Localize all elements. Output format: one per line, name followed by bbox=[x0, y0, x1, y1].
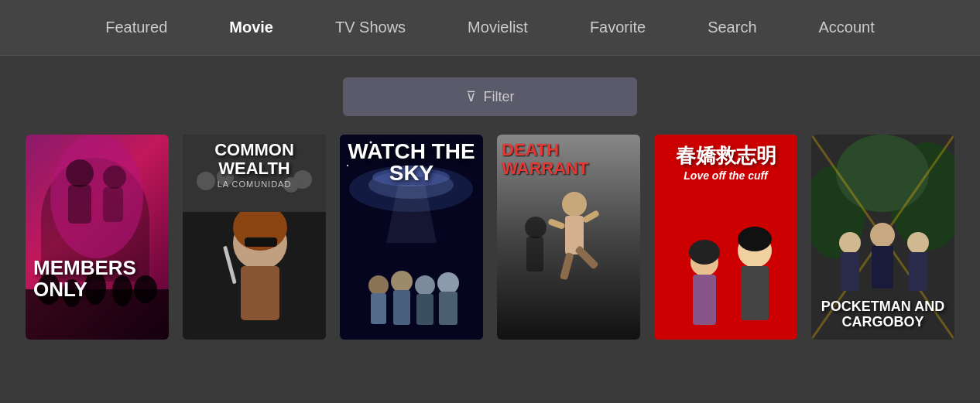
svg-rect-31 bbox=[393, 290, 410, 325]
svg-point-57 bbox=[738, 227, 772, 251]
nav-item-movie[interactable]: Movie bbox=[198, 0, 304, 56]
main-navigation: Featured Movie TV Shows Movielist Favori… bbox=[0, 0, 980, 56]
nav-item-search[interactable]: Search bbox=[677, 0, 787, 56]
movie-card-watch-the-sky[interactable]: WATCH THE SKY bbox=[340, 135, 483, 340]
movie-card-pocketman-cargoboy[interactable]: POCKETMAN AND CARGOBOY bbox=[811, 135, 954, 340]
svg-rect-35 bbox=[439, 292, 457, 325]
movie-card-death-warrant[interactable]: DEATH WARRANT bbox=[497, 135, 640, 340]
svg-rect-67 bbox=[872, 246, 893, 289]
svg-point-34 bbox=[437, 272, 459, 294]
filter-area: ⊽ Filter bbox=[0, 56, 980, 135]
svg-rect-55 bbox=[693, 275, 716, 325]
nav-item-tv-shows[interactable]: TV Shows bbox=[304, 0, 437, 56]
svg-point-32 bbox=[415, 275, 435, 295]
svg-point-28 bbox=[368, 275, 389, 295]
svg-point-61 bbox=[836, 135, 929, 212]
svg-rect-65 bbox=[841, 252, 859, 291]
svg-rect-2 bbox=[68, 185, 91, 224]
nav-item-movielist[interactable]: Movielist bbox=[437, 0, 559, 56]
svg-rect-69 bbox=[909, 252, 927, 291]
movie-card-love-off-the-cuff[interactable]: 春嬌救志明 Love off the cuff bbox=[654, 135, 797, 340]
movie-subtitle-common-wealth: LA COMUNIDAD bbox=[189, 179, 320, 189]
svg-point-1 bbox=[66, 159, 94, 187]
movie-subtitle-love-en: Love off the cuff bbox=[654, 169, 797, 182]
svg-rect-53 bbox=[741, 266, 769, 320]
svg-point-68 bbox=[907, 232, 929, 254]
movie-title-watch-the-sky: WATCH THE SKY bbox=[340, 141, 483, 184]
svg-point-0 bbox=[50, 135, 143, 258]
nav-item-account[interactable]: Account bbox=[788, 0, 906, 56]
svg-rect-4 bbox=[103, 187, 123, 222]
svg-point-49 bbox=[525, 217, 547, 238]
svg-rect-50 bbox=[526, 237, 543, 272]
movie-grid: MEMBERS ONLY bbox=[0, 135, 980, 363]
movie-card-members-only[interactable]: MEMBERS ONLY bbox=[26, 135, 169, 340]
filter-button[interactable]: ⊽ Filter bbox=[343, 77, 637, 116]
svg-rect-29 bbox=[371, 293, 386, 324]
svg-point-3 bbox=[103, 166, 126, 189]
svg-rect-13 bbox=[241, 266, 279, 320]
filter-label: Filter bbox=[484, 89, 515, 105]
movie-title-common-wealth: COMMON WEALTH bbox=[189, 141, 320, 178]
filter-icon: ⊽ bbox=[466, 88, 476, 105]
movie-title-pocketman: POCKETMAN AND CARGOBOY bbox=[816, 299, 950, 330]
svg-point-56 bbox=[689, 240, 720, 265]
movie-title-death-warrant: DEATH WARRANT bbox=[502, 141, 636, 178]
nav-item-featured[interactable]: Featured bbox=[74, 0, 198, 56]
svg-point-66 bbox=[870, 223, 895, 248]
svg-rect-33 bbox=[416, 294, 433, 325]
movie-card-common-wealth[interactable]: COMMON WEALTH LA COMUNIDAD bbox=[183, 135, 326, 340]
movie-title-members-only: MEMBERS ONLY bbox=[33, 257, 161, 301]
svg-point-43 bbox=[562, 192, 587, 217]
svg-rect-15 bbox=[245, 237, 277, 247]
svg-point-64 bbox=[839, 232, 861, 254]
svg-point-30 bbox=[391, 271, 413, 292]
movie-title-love-cn: 春嬌救志明 bbox=[654, 142, 797, 169]
nav-item-favorite[interactable]: Favorite bbox=[559, 0, 677, 56]
